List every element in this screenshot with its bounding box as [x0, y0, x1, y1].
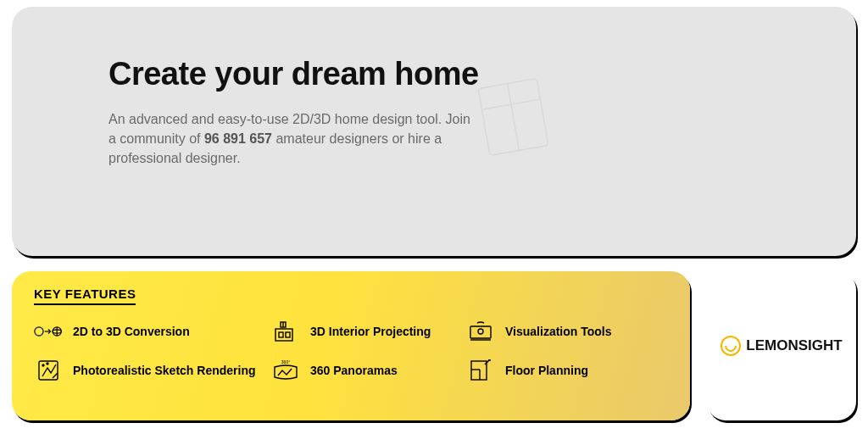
feature-item: 360° 360 Panoramas — [271, 359, 466, 381]
feature-item: Floor Planning — [466, 359, 653, 381]
svg-rect-21 — [471, 361, 487, 380]
feature-label: Visualization Tools — [505, 325, 612, 338]
brand-name: LEMONSIGHT — [746, 337, 842, 354]
svg-text:360°: 360° — [281, 360, 290, 364]
svg-point-18 — [47, 363, 48, 364]
svg-point-3 — [35, 327, 43, 336]
svg-point-17 — [42, 364, 44, 366]
feature-label: 2D to 3D Conversion — [73, 325, 190, 338]
feature-label: 3D Interior Projecting — [310, 325, 431, 338]
conversion-icon — [34, 320, 63, 342]
interior-icon — [271, 320, 300, 342]
feature-label: Floor Planning — [505, 364, 588, 377]
brand-logo-icon — [721, 336, 741, 356]
floorplan-icon — [466, 359, 495, 381]
svg-rect-13 — [470, 326, 491, 338]
svg-rect-10 — [286, 332, 290, 337]
feature-label: Photorealistic Sketch Rendering — [73, 364, 256, 377]
feature-item: Photorealistic Sketch Rendering — [34, 359, 271, 381]
feature-item: 3D Interior Projecting — [271, 320, 466, 342]
brand-card: LEMONSIGHT — [707, 271, 856, 420]
svg-line-2 — [508, 84, 520, 151]
svg-line-24 — [485, 359, 490, 364]
hero-card: Create your dream home An advanced and e… — [12, 7, 856, 256]
features-card: KEY FEATURES 2D to 3D Conversion 3D Inte… — [12, 271, 690, 420]
svg-rect-9 — [279, 332, 283, 337]
feature-item: Visualization Tools — [466, 320, 653, 342]
watermark-icon — [467, 60, 559, 169]
sketch-icon — [34, 359, 63, 381]
panorama-icon: 360° — [271, 359, 300, 381]
svg-point-15 — [478, 329, 483, 334]
features-heading: KEY FEATURES — [34, 287, 136, 305]
feature-item: 2D to 3D Conversion — [34, 320, 271, 342]
hero-subtitle: An advanced and easy-to-use 2D/3D home d… — [108, 109, 473, 169]
visualization-icon — [466, 320, 495, 342]
svg-line-19 — [53, 373, 58, 378]
feature-label: 360 Panoramas — [310, 364, 398, 377]
